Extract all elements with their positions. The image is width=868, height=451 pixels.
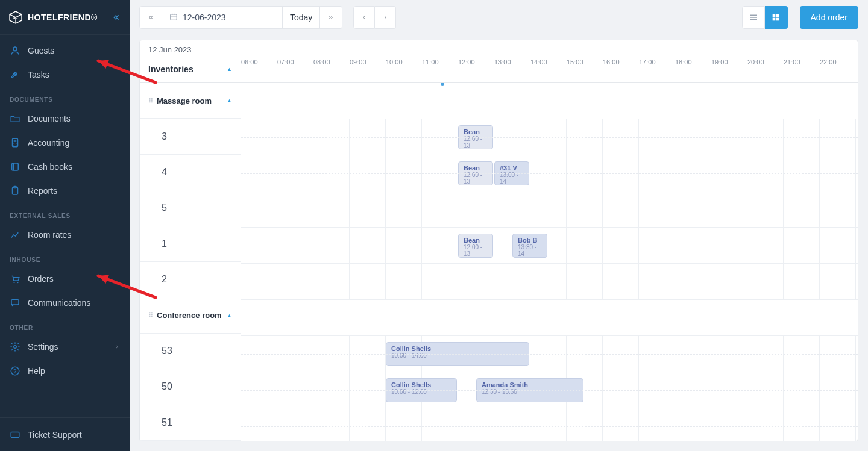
collapse-sidebar-icon[interactable] bbox=[110, 12, 121, 23]
event-name: Amanda Smith bbox=[482, 381, 578, 388]
cart-icon bbox=[10, 273, 20, 284]
help-icon: ?24 bbox=[10, 365, 20, 376]
group-header[interactable]: ⠿Conference room▲ bbox=[140, 297, 241, 333]
time-cell: 06:00 bbox=[241, 58, 277, 82]
inventory-row-label[interactable]: 5 bbox=[140, 190, 241, 226]
event-name: Bean bbox=[464, 237, 488, 244]
sidebar-item-label: Help bbox=[28, 366, 120, 376]
time-cell: 14:00 bbox=[530, 58, 567, 82]
inventory-row[interactable]: Collin Shells10:00 - 12:00Amanda Smith12… bbox=[241, 372, 858, 408]
event-time: 13:30 - 14 bbox=[518, 244, 542, 257]
sidebar-item-documents[interactable]: Documents bbox=[0, 107, 130, 131]
inventory-row-label[interactable]: 1 bbox=[140, 226, 241, 262]
logo-mark: HF bbox=[8, 10, 23, 25]
inventory-row[interactable]: Bean12:00 - 13Bob B13:30 - 14 bbox=[241, 228, 858, 264]
sidebar-item-reports[interactable]: Reports bbox=[0, 179, 130, 203]
inventory-row[interactable]: Bean12:00 - 13 bbox=[241, 119, 858, 155]
booking-event[interactable]: Bean12:00 - 13 bbox=[458, 161, 493, 185]
event-name: Collin Shells bbox=[391, 381, 451, 388]
inventory-row-label[interactable]: 4 bbox=[140, 155, 241, 190]
svg-point-15 bbox=[17, 282, 18, 283]
time-cell: 07:00 bbox=[277, 58, 313, 82]
event-time: 10:00 - 12:00 bbox=[391, 388, 451, 395]
prev-button[interactable] bbox=[353, 6, 375, 29]
folder-icon bbox=[10, 113, 20, 124]
sidebar-footer[interactable]: Ticket Support bbox=[0, 417, 130, 451]
time-cell: 16:00 bbox=[603, 58, 639, 82]
sidebar-item-room-rates[interactable]: Room rates bbox=[0, 223, 130, 247]
sidebar-item-accounting[interactable]: Accounting bbox=[0, 131, 130, 155]
sidebar-item-orders[interactable]: Orders bbox=[0, 267, 130, 291]
grid-view-button[interactable] bbox=[765, 6, 788, 29]
svg-point-9 bbox=[16, 145, 17, 146]
booking-event[interactable]: Collin Shells10:00 - 12:00 bbox=[386, 378, 457, 402]
event-time: 12:00 - 13 bbox=[464, 172, 488, 185]
inventories-label: Inventories bbox=[148, 64, 193, 74]
booking-event[interactable]: Collin Shells10:00 - 14:00 bbox=[386, 342, 529, 366]
booking-event[interactable]: Bean12:00 - 13 bbox=[458, 234, 493, 258]
svg-point-3 bbox=[13, 47, 17, 51]
svg-rect-30 bbox=[776, 14, 779, 17]
inventories-header[interactable]: Inventories ▲ bbox=[140, 58, 241, 80]
date-value: 12-06-2023 bbox=[183, 13, 226, 22]
inventory-row[interactable]: Bean12:00 - 13#31 V13:00 - 14 bbox=[241, 155, 858, 191]
sidebar-item-label: Accounting bbox=[28, 138, 120, 148]
drag-handle-icon[interactable]: ⠿ bbox=[148, 97, 153, 105]
inventory-row-label[interactable]: 50 bbox=[140, 369, 241, 405]
list-view-button[interactable] bbox=[742, 6, 765, 29]
sidebar-item-label: Guests bbox=[28, 46, 120, 55]
inventory-row[interactable] bbox=[241, 408, 858, 441]
time-cell: 12:00 bbox=[458, 58, 494, 82]
sidebar-item-label: Cash books bbox=[28, 162, 120, 172]
brand-name: HOTELFRIEND bbox=[28, 13, 91, 22]
ticket-support-label: Ticket Support bbox=[28, 430, 82, 440]
inventory-row-label[interactable]: 51 bbox=[140, 405, 241, 441]
time-cell: 19:00 bbox=[711, 58, 747, 82]
drag-handle-icon[interactable]: ⠿ bbox=[148, 311, 153, 319]
sidebar-item-cash-books[interactable]: Cash books bbox=[0, 155, 130, 179]
inventory-row-label[interactable]: 2 bbox=[140, 262, 241, 297]
scheduler-body: ⠿Massage room▲34512⠿Conference room▲5350… bbox=[140, 83, 858, 441]
sidebar-item-label: Tasks bbox=[28, 70, 120, 79]
event-time: 10:00 - 14:00 bbox=[391, 352, 524, 359]
inventory-row-label[interactable]: 3 bbox=[140, 119, 241, 154]
svg-rect-4 bbox=[13, 138, 18, 147]
booking-event[interactable]: Bean12:00 - 13 bbox=[458, 125, 493, 149]
group-name: Conference room bbox=[157, 311, 222, 320]
booking-event[interactable]: Amanda Smith12:30 - 15:30 bbox=[476, 378, 583, 402]
today-button[interactable]: Today bbox=[283, 6, 320, 29]
collapse-caret-icon[interactable]: ▲ bbox=[227, 98, 232, 104]
group-header[interactable]: ⠿Massage room▲ bbox=[140, 83, 241, 119]
booking-event[interactable]: Bob B13:30 - 14 bbox=[512, 234, 547, 258]
event-time: 12:00 - 13 bbox=[464, 135, 488, 149]
add-order-button[interactable]: Add order bbox=[800, 6, 858, 29]
chart-icon bbox=[10, 229, 20, 240]
date-input[interactable]: 12-06-2023 bbox=[162, 6, 283, 29]
svg-text:HF: HF bbox=[13, 16, 18, 20]
next-button[interactable] bbox=[375, 6, 396, 29]
svg-rect-31 bbox=[773, 18, 776, 21]
scheduler-grid[interactable]: Bean12:00 - 13Bean12:00 - 13#31 V13:00 -… bbox=[241, 83, 858, 441]
collapse-caret-icon[interactable]: ▲ bbox=[227, 313, 232, 319]
sidebar-item-tasks[interactable]: Tasks bbox=[0, 63, 130, 87]
next-fast-button[interactable] bbox=[320, 6, 342, 29]
sidebar-item-settings[interactable]: Settings bbox=[0, 335, 130, 359]
inventory-row[interactable]: Collin Shells10:00 - 14:00 bbox=[241, 336, 858, 372]
date-header: 12 Jun 2023 bbox=[140, 40, 241, 58]
booking-event[interactable]: #31 V13:00 - 14 bbox=[494, 161, 529, 185]
ticket-icon bbox=[10, 429, 20, 440]
event-time: 12:30 - 15:30 bbox=[482, 388, 578, 395]
inventory-row[interactable] bbox=[241, 264, 858, 300]
calculator-icon bbox=[10, 137, 20, 148]
chevron-right-icon bbox=[114, 342, 120, 352]
inventory-row-label[interactable]: 53 bbox=[140, 334, 241, 369]
sidebar-item-communications[interactable]: Communications bbox=[0, 291, 130, 315]
sidebar-item-label: Communications bbox=[28, 298, 120, 308]
sidebar-item-guests[interactable]: Guests bbox=[0, 39, 130, 63]
svg-point-17 bbox=[14, 346, 17, 349]
prev-fast-button[interactable] bbox=[139, 6, 162, 29]
sidebar-item-help[interactable]: ?24Help bbox=[0, 359, 130, 383]
view-toggle bbox=[742, 6, 788, 29]
inventory-row[interactable] bbox=[241, 191, 858, 228]
sort-arrow-icon: ▲ bbox=[227, 66, 232, 72]
